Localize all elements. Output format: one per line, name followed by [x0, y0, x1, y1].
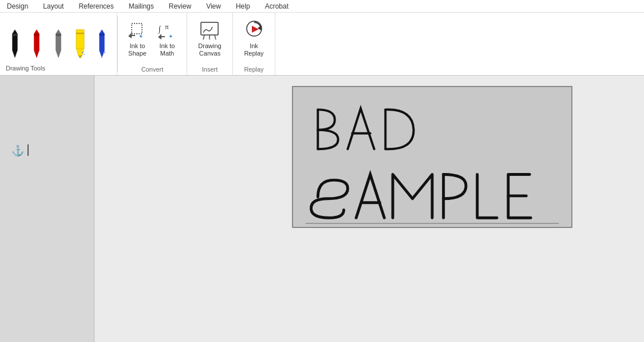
page-sidebar: ⚓ — [0, 76, 94, 342]
ink-to-shape-icon: ✦ — [126, 18, 149, 41]
pen-tool-red[interactable] — [27, 26, 46, 62]
pen-tool-gray[interactable] — [49, 26, 68, 62]
anchor-icon: ⚓ — [11, 144, 24, 157]
svg-rect-18 — [100, 33, 105, 35]
svg-text:∫: ∫ — [158, 25, 161, 34]
menu-mailings[interactable]: Mailings — [127, 1, 156, 11]
menu-bar: Design Layout References Mailings Review… — [0, 0, 644, 13]
svg-line-28 — [215, 35, 216, 40]
text-cursor — [27, 144, 29, 156]
red-pen-icon — [30, 28, 44, 60]
ink-to-shape-button[interactable]: ✦ Ink toShape — [123, 16, 152, 60]
convert-label: Convert — [118, 65, 187, 75]
svg-rect-5 — [34, 34, 39, 36]
drawing-canvas-button[interactable]: DrawingCanvas — [195, 16, 224, 60]
replay-buttons: InkReplay — [235, 13, 274, 65]
ink-to-math-button[interactable]: ∫ π ✦ Ink toMath — [152, 16, 182, 60]
menu-design[interactable]: Design — [5, 1, 30, 11]
document-area[interactable] — [94, 76, 644, 342]
drawing-canvas-icon — [198, 18, 221, 41]
menu-view[interactable]: View — [204, 1, 223, 11]
insert-section: DrawingCanvas Insert — [187, 13, 233, 75]
yellow-highlighter-icon — [73, 28, 87, 60]
svg-rect-26 — [201, 22, 218, 35]
insert-label: Insert — [187, 65, 232, 75]
ink-replay-label: InkReplay — [244, 42, 263, 57]
ink-replay-icon — [243, 18, 266, 41]
pen-tool-black[interactable] — [6, 26, 24, 62]
menu-layout[interactable]: Layout — [41, 1, 66, 11]
pen-tools-section: ✦ ✦ Drawing Tools — [0, 13, 117, 75]
ink-to-math-icon: ∫ π ✦ — [156, 18, 179, 41]
svg-rect-21 — [132, 23, 142, 34]
pen-tool-blue[interactable]: ✦ ✦ — [93, 26, 111, 62]
replay-label: Replay — [233, 65, 275, 75]
svg-text:✦: ✦ — [103, 50, 106, 54]
svg-text:✦: ✦ — [168, 33, 173, 40]
svg-text:π: π — [165, 24, 169, 30]
svg-rect-9 — [76, 29, 84, 48]
replay-section: InkReplay Replay — [233, 13, 275, 75]
ribbon: ✦ ✦ Drawing Tools ✦ — [0, 13, 644, 76]
menu-acrobat[interactable]: Acrobat — [263, 1, 291, 11]
menu-review[interactable]: Review — [167, 1, 193, 11]
insert-buttons: DrawingCanvas — [190, 13, 229, 65]
pen-tool-yellow[interactable] — [71, 26, 89, 62]
svg-text:✦: ✦ — [101, 54, 104, 57]
svg-rect-2 — [13, 34, 18, 36]
svg-text:✦: ✦ — [139, 33, 143, 40]
svg-marker-31 — [258, 26, 261, 30]
svg-point-14 — [84, 54, 85, 55]
convert-section: ✦ Ink toShape ∫ π ✦ Ink toMa — [118, 13, 187, 75]
svg-marker-32 — [252, 26, 259, 33]
black-pen-icon — [8, 28, 22, 60]
ink-replay-button[interactable]: InkReplay — [239, 16, 269, 60]
svg-line-27 — [203, 35, 204, 40]
svg-point-13 — [82, 52, 84, 53]
drawing-tools-label: Drawing Tools — [0, 65, 117, 72]
main-content: ⚓ — [0, 76, 644, 342]
svg-rect-12 — [76, 32, 84, 34]
ink-to-shape-label: Ink toShape — [128, 42, 147, 57]
gray-pen-icon — [52, 28, 65, 60]
menu-references[interactable]: References — [76, 1, 116, 11]
svg-point-15 — [81, 55, 82, 56]
ink-to-math-label: Ink toMath — [160, 42, 175, 57]
svg-rect-8 — [56, 34, 61, 36]
convert-buttons: ✦ Ink toShape ∫ π ✦ Ink toMa — [118, 13, 187, 65]
drawing-canvas-label: DrawingCanvas — [198, 42, 221, 57]
blue-sparkle-pen-icon: ✦ ✦ — [95, 28, 109, 60]
drawing-canvas-area[interactable] — [292, 86, 572, 228]
menu-help[interactable]: Help — [234, 1, 252, 11]
